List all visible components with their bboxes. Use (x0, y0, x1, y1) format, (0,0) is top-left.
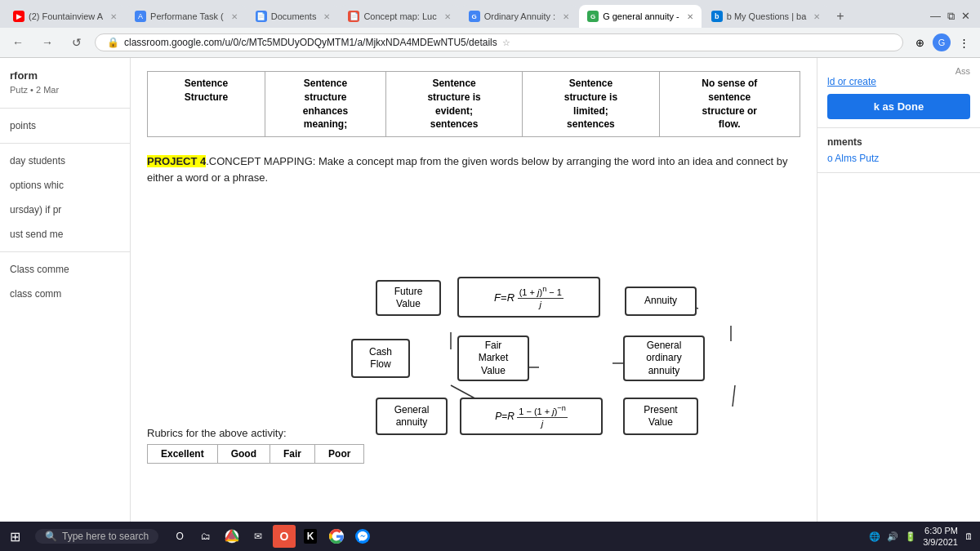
network-icon[interactable]: 🌐 (869, 531, 880, 542)
tab-close-2[interactable]: ✕ (231, 12, 238, 21)
col-header-4: Sentence structure is limited; sentences (523, 72, 659, 137)
taskbar-files[interactable]: 🗂 (194, 525, 217, 548)
tab-close-7[interactable]: ✕ (813, 12, 820, 21)
taskbar-search[interactable]: 🔍 Type here to search (35, 529, 158, 544)
sidebar-item-class-comments[interactable]: Class comme (0, 257, 130, 282)
notification-icon[interactable]: 🗓 (964, 531, 973, 541)
mark-done-button[interactable]: k as Done (827, 94, 970, 119)
more-icon[interactable]: ⋮ (954, 33, 973, 52)
tab-performane[interactable]: A Performane Task ( ✕ (127, 5, 246, 28)
future-value-box: FutureValue (376, 280, 441, 316)
course-info: Putz • 2 Mar (0, 85, 130, 103)
tab-close-5[interactable]: ✕ (563, 12, 569, 21)
general-ordinary-box: Generalordinaryannuity (623, 335, 705, 381)
col-header-1: Sentence Structure (148, 72, 265, 137)
taskbar-messenger[interactable] (351, 525, 374, 548)
tab-close-1[interactable]: ✕ (110, 12, 117, 21)
main-layout: rform Putz • 2 Mar points day students o… (0, 58, 980, 551)
close-icon[interactable]: ✕ (961, 10, 970, 23)
sidebar: rform Putz • 2 Mar points day students o… (0, 58, 131, 551)
address-bar[interactable]: 🔒 classroom.google.com/u/0/c/MTc5MDUyODQ… (95, 33, 903, 51)
star-icon[interactable]: ☆ (502, 38, 510, 48)
tab-performane-icon: A (135, 11, 146, 22)
col-header-2: Sentence structure enhances meaning; (265, 72, 386, 137)
project-title: PROJECT 4.CONCEPT MAPPING: Make a concep… (147, 153, 800, 185)
tab-close-3[interactable]: ✕ (323, 12, 330, 21)
project-highlight: PROJECT 4 (147, 155, 206, 167)
create-or-link[interactable]: ld or create (827, 76, 970, 87)
sidebar-item-send[interactable]: ust send me (0, 222, 130, 247)
taskbar-google[interactable] (325, 525, 348, 548)
taskbar-k[interactable]: K (299, 525, 322, 548)
tab-concept-icon: 📄 (348, 11, 359, 22)
search-label[interactable]: Type here to search (62, 531, 149, 542)
svg-line-9 (733, 385, 735, 407)
sidebar-item-options[interactable]: options whic (0, 173, 130, 198)
back-button[interactable]: ← (7, 31, 29, 54)
cash-flow-box: CashFlow (351, 339, 410, 378)
formula-bottom-box: P = R 1 − (1 + j)−n j (460, 398, 603, 435)
window-controls: — ⧉ ✕ (930, 10, 975, 23)
tab-youtube-icon: ▶ (13, 11, 24, 22)
col-header-3: Sentence structure is evident; sentences (385, 72, 522, 137)
content-area: Sentence Structure Sentence structure en… (131, 58, 817, 551)
sidebar-item-ursday[interactable]: ursday) if pr (0, 198, 130, 222)
tab-ordinary[interactable]: G Ordinary Annuity : ✕ (461, 5, 577, 28)
tab-concept[interactable]: 📄 Concept map: Luc ✕ (340, 5, 458, 28)
teacher-name: o Alms Putz (827, 153, 970, 164)
fair-market-value-box: FairMarketValue (457, 335, 529, 381)
course-name: rform (0, 66, 130, 85)
sidebar-item-points[interactable]: points (0, 113, 130, 138)
tab-documents[interactable]: 📄 Documents ✕ (247, 5, 339, 28)
sentence-structure-table: Sentence Structure Sentence structure en… (147, 71, 800, 137)
tab-general-icon: G (587, 11, 599, 22)
col-header-5: No sense of sentence structure or flow. (659, 72, 800, 137)
tab-documents-icon: 📄 (256, 11, 267, 22)
formula-top-box: F = R (1 + j)n − 1 j (457, 277, 600, 318)
tab-close-4[interactable]: ✕ (444, 12, 451, 21)
profile-icon[interactable]: G (933, 33, 951, 51)
taskbar-system-icons: 🌐 🔊 🔋 6:30 PM 3/9/2021 🗓 (869, 525, 980, 549)
sidebar-divider-3 (0, 251, 130, 252)
right-panel: Ass ld or create k as Done nments o Alms… (817, 58, 980, 551)
extensions-icon[interactable]: ⊕ (910, 33, 929, 52)
assign-text: Ass (827, 66, 970, 76)
tab-close-6[interactable]: ✕ (687, 12, 693, 21)
tab-myquestions[interactable]: b b My Questions | ba ✕ (703, 5, 829, 28)
clock-time: 6:30 PM (923, 525, 958, 536)
search-icon: 🔍 (45, 531, 57, 542)
battery-icon[interactable]: 🔋 (905, 531, 916, 542)
browser-chrome: ▶ (2) Fountainview A ✕ A Performane Task… (0, 0, 980, 58)
tab-bar: ▶ (2) Fountainview A ✕ A Performane Task… (0, 0, 980, 28)
restore-icon[interactable]: ⧉ (947, 10, 955, 23)
tab-general-annuity[interactable]: G G general annuity - ✕ (579, 5, 702, 28)
forward-button[interactable]: → (36, 31, 59, 54)
rubric-poor: Poor (315, 445, 364, 464)
rubric-excellent: Excellent (148, 445, 218, 464)
rubric-fair: Fair (270, 445, 315, 464)
browser-nav-icons: ⊕ G ⋮ (910, 33, 973, 52)
nav-bar: ← → ↺ 🔒 classroom.google.com/u/0/c/MTc5M… (0, 28, 980, 57)
tab-ordinary-icon: G (469, 11, 480, 22)
sound-icon[interactable]: 🔊 (887, 531, 898, 542)
comments-title: nments (827, 136, 970, 148)
taskbar-chrome[interactable] (220, 525, 243, 548)
general-annuity-box: Generalannuity (376, 398, 448, 435)
taskbar-circle[interactable]: O (273, 525, 296, 548)
sidebar-divider-1 (0, 108, 130, 109)
start-button[interactable]: ⊞ (0, 529, 30, 544)
right-panel-top: Ass ld or create k as Done (817, 58, 980, 128)
sidebar-item-students[interactable]: day students (0, 149, 130, 173)
sidebar-item-class-comm[interactable]: class comm (0, 282, 130, 306)
reload-button[interactable]: ↺ (65, 31, 88, 54)
taskbar-mail[interactable]: ✉ (247, 525, 270, 548)
present-value-box: PresentValue (623, 398, 698, 435)
taskbar-cortana[interactable]: O (168, 525, 191, 548)
taskbar-clock: 6:30 PM 3/9/2021 (923, 525, 958, 549)
minimize-icon[interactable]: — (930, 10, 941, 23)
sidebar-divider-2 (0, 143, 130, 144)
project-text: .CONCEPT MAPPING: Make a concept map fro… (147, 155, 787, 184)
lock-icon: 🔒 (107, 37, 119, 48)
tab-youtube[interactable]: ▶ (2) Fountainview A ✕ (5, 5, 125, 28)
new-tab-button[interactable]: + (830, 6, 850, 27)
